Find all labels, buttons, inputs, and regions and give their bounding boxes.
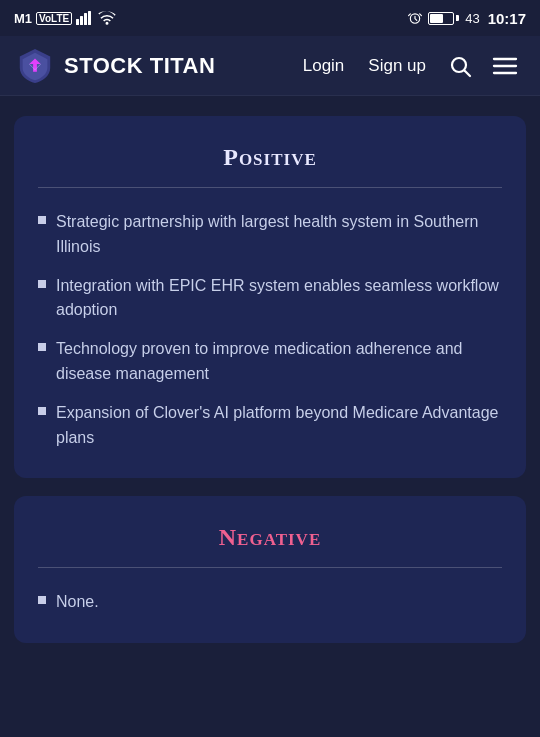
positive-title: Positive — [38, 144, 502, 171]
negative-item-1: None. — [56, 590, 99, 615]
svg-line-6 — [465, 70, 471, 76]
list-item: Integration with EPIC EHR system enables… — [38, 274, 502, 324]
list-item: Strategic partnership with largest healt… — [38, 210, 502, 260]
negative-list: None. — [38, 590, 502, 615]
search-button[interactable] — [442, 48, 478, 84]
positive-divider — [38, 187, 502, 188]
bullet-marker — [38, 216, 46, 224]
list-item: Expansion of Clover's AI platform beyond… — [38, 401, 502, 451]
positive-item-3: Technology proven to improve medication … — [56, 337, 502, 387]
alarm-icon — [408, 11, 422, 25]
logo-icon — [16, 47, 54, 85]
menu-button[interactable] — [486, 49, 524, 83]
brand-name: STOCK TITAN — [64, 53, 215, 79]
navbar: STOCK TITAN Login Sign up — [0, 36, 540, 96]
positive-item-4: Expansion of Clover's AI platform beyond… — [56, 401, 502, 451]
search-icon — [448, 54, 472, 78]
brand-logo[interactable]: STOCK TITAN — [16, 47, 215, 85]
svg-rect-0 — [76, 19, 79, 25]
negative-title: Negative — [38, 524, 502, 551]
battery-indicator — [428, 12, 459, 25]
time-display: 10:17 — [488, 10, 526, 27]
hamburger-icon — [492, 55, 518, 77]
carrier-text: M1 — [14, 11, 32, 26]
positive-card: Positive Strategic partnership with larg… — [14, 116, 526, 478]
signal-icon — [76, 11, 94, 25]
list-item: Technology proven to improve medication … — [38, 337, 502, 387]
positive-list: Strategic partnership with largest healt… — [38, 210, 502, 450]
status-carrier: M1 VoLTE — [14, 11, 116, 26]
svg-rect-3 — [88, 11, 91, 25]
main-content: Positive Strategic partnership with larg… — [0, 96, 540, 691]
svg-rect-2 — [84, 13, 87, 25]
status-bar: M1 VoLTE 43 10:17 — [0, 0, 540, 36]
wifi-icon — [98, 11, 116, 25]
svg-rect-1 — [80, 16, 83, 25]
positive-item-2: Integration with EPIC EHR system enables… — [56, 274, 502, 324]
battery-percent: 43 — [465, 11, 479, 26]
negative-card: Negative None. — [14, 496, 526, 643]
bullet-marker — [38, 343, 46, 351]
login-link[interactable]: Login — [295, 50, 353, 82]
navbar-links: Login Sign up — [295, 48, 524, 84]
signup-link[interactable]: Sign up — [360, 50, 434, 82]
status-right: 43 10:17 — [408, 10, 526, 27]
negative-divider — [38, 567, 502, 568]
volte-badge: VoLTE — [36, 12, 72, 25]
bullet-marker — [38, 280, 46, 288]
bullet-marker — [38, 407, 46, 415]
bullet-marker — [38, 596, 46, 604]
positive-item-1: Strategic partnership with largest healt… — [56, 210, 502, 260]
